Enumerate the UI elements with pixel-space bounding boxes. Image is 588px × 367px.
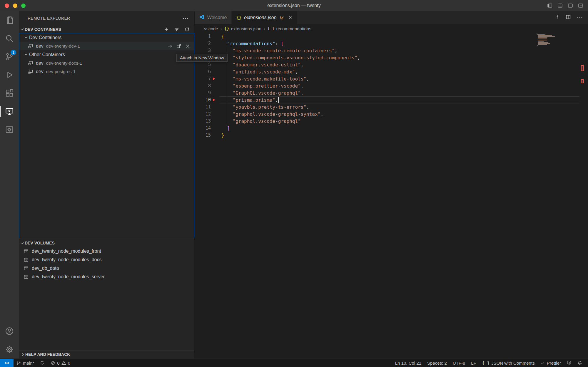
- source-control-icon[interactable]: 1: [0, 48, 19, 66]
- code-line[interactable]: 6 "unifiedjs.vscode-mdx",: [195, 68, 588, 75]
- radio-tower-icon: [567, 361, 572, 365]
- problems-status[interactable]: 0 0: [48, 359, 73, 367]
- code-token: [: [281, 41, 284, 46]
- close-tab-icon[interactable]: ✕: [288, 15, 292, 20]
- toggle-secondary-sidebar-icon[interactable]: [568, 3, 573, 8]
- notifications-status[interactable]: [574, 359, 585, 367]
- new-dev-container-icon[interactable]: [164, 27, 169, 32]
- line-number[interactable]: 9: [195, 90, 211, 95]
- code-line[interactable]: 13 "graphql.vscode-graphql": [195, 118, 588, 125]
- line-number[interactable]: 5: [195, 62, 211, 67]
- remote-explorer-icon[interactable]: [0, 102, 19, 120]
- code-line[interactable]: 7 "ms-vscode.makefile-tools",: [195, 75, 588, 82]
- code-token: "ms-vscode-remote.remote-containers": [233, 48, 335, 53]
- line-number[interactable]: 7: [195, 76, 211, 81]
- sync-status[interactable]: [37, 359, 48, 367]
- encoding-status[interactable]: UTF-8: [450, 359, 468, 367]
- code-token: ,: [320, 111, 323, 117]
- code-line[interactable]: 10 "prisma.prisma",: [195, 96, 588, 103]
- section-header-help-and-feedback[interactable]: HELP AND FEEDBACK: [19, 350, 194, 358]
- tab-extensions-json[interactable]: {} extensions.json M ✕: [232, 11, 297, 24]
- code-line[interactable]: 4 "styled-components.vscode-styled-compo…: [195, 54, 588, 61]
- tree-group[interactable]: Other Containers: [19, 50, 194, 59]
- zoom-window-button[interactable]: [21, 4, 26, 8]
- line-number[interactable]: 14: [195, 125, 211, 131]
- line-number[interactable]: 13: [195, 118, 211, 124]
- code-line[interactable]: 12 "graphql.vscode-graphql-syntax",: [195, 110, 588, 118]
- stop-container-icon[interactable]: [185, 43, 190, 49]
- customize-layout-icon[interactable]: [578, 3, 583, 8]
- language-mode-status[interactable]: { } JSON with Comments: [479, 359, 538, 367]
- section-header-dev-containers[interactable]: DEV CONTAINERS: [19, 25, 194, 33]
- line-number[interactable]: 1: [195, 34, 211, 39]
- more-actions-icon[interactable]: ⋯: [577, 15, 582, 21]
- line-number[interactable]: 8: [195, 83, 211, 88]
- code-line[interactable]: 3 "ms-vscode-remote.remote-containers",: [195, 47, 588, 54]
- tree-group[interactable]: Dev Containers: [19, 33, 194, 42]
- toggle-panel-icon[interactable]: [557, 3, 563, 8]
- code-line[interactable]: 2 "recommendations": [: [195, 40, 588, 47]
- container-item[interactable]: devdev-twenty-docs-1: [19, 59, 194, 67]
- code-line[interactable]: 11 "yoavbls.pretty-ts-errors",: [195, 103, 588, 110]
- refresh-icon[interactable]: [184, 27, 190, 32]
- json-file-icon: {}: [224, 26, 229, 31]
- filter-list-icon[interactable]: [174, 27, 179, 32]
- container-item[interactable]: devdev-twenty-dev-1: [19, 42, 194, 50]
- git-branch-icon: [16, 361, 21, 365]
- status-bar: >< main* 0 0 Ln 10, Col 21 Spaces: 2 UTF…: [0, 358, 588, 367]
- code-line[interactable]: 15}: [195, 132, 588, 139]
- dev-volumes-list: dev_twenty_node_modules_frontdev_twenty_…: [19, 247, 194, 281]
- dev-volume-item[interactable]: dev_twenty_node_modules_docs: [19, 255, 194, 264]
- minimize-window-button[interactable]: [13, 4, 17, 8]
- tab-welcome[interactable]: Welcome: [195, 11, 232, 24]
- code-line[interactable]: 5 "dbaeumer.vscode-eslint",: [195, 61, 588, 68]
- settings-gear-icon[interactable]: [0, 340, 19, 358]
- line-number[interactable]: 10: [195, 97, 211, 103]
- code-line[interactable]: 1{: [195, 33, 588, 40]
- breadcrumb-file[interactable]: {}extensions.json: [224, 26, 261, 31]
- split-editor-icon[interactable]: [566, 14, 571, 21]
- more-actions-icon[interactable]: ⋯: [183, 15, 188, 21]
- cursor-position-status[interactable]: Ln 10, Col 21: [392, 359, 424, 367]
- attach-container-icon[interactable]: [167, 43, 173, 49]
- code-line[interactable]: 8 "esbenp.prettier-vscode",: [195, 82, 588, 89]
- line-number[interactable]: 12: [195, 111, 211, 117]
- code-area[interactable]: 1{2 "recommendations": [3 "ms-vscode-rem…: [195, 33, 588, 358]
- code-token: "ms-vscode.makefile-tools": [233, 76, 306, 82]
- attach-new-window-icon[interactable]: [176, 43, 181, 49]
- open-changes-icon[interactable]: [555, 14, 560, 21]
- section-header-dev-volumes[interactable]: DEV VOLUMES: [19, 239, 194, 247]
- containers-icon[interactable]: [0, 120, 19, 139]
- dev-volume-item[interactable]: dev_db_data: [19, 264, 194, 272]
- eol: LF: [471, 361, 476, 366]
- breadcrumb-symbol[interactable]: [ ]recommendations: [268, 26, 311, 31]
- gutter-marker-icon: [213, 98, 215, 101]
- line-number[interactable]: 11: [195, 104, 211, 110]
- remote-indicator[interactable]: ><: [0, 359, 14, 367]
- git-branch-status[interactable]: main*: [14, 359, 37, 367]
- toggle-primary-sidebar-icon[interactable]: [547, 3, 552, 8]
- feedback-status[interactable]: [564, 359, 574, 367]
- minimap[interactable]: [537, 33, 558, 47]
- eol-status[interactable]: LF: [468, 359, 479, 367]
- dev-volume-item[interactable]: dev_twenty_node_modules_front: [19, 247, 194, 255]
- code-text: "recommendations": [: [221, 41, 284, 46]
- search-icon[interactable]: [0, 29, 19, 48]
- indentation-status[interactable]: Spaces: 2: [424, 359, 450, 367]
- run-and-debug-icon[interactable]: [0, 66, 19, 84]
- explorer-icon[interactable]: [0, 11, 19, 29]
- extensions-icon[interactable]: [0, 84, 19, 102]
- code-line[interactable]: 9 "GraphQL.vscode-graphql",: [195, 89, 588, 96]
- formatter-status[interactable]: Prettier: [538, 359, 564, 367]
- container-item[interactable]: devdev-postgres-1: [19, 67, 194, 76]
- code-line[interactable]: 14 ]: [195, 125, 588, 132]
- line-number[interactable]: 3: [195, 48, 211, 53]
- editor-actions: ⋯: [555, 11, 588, 24]
- accounts-icon[interactable]: [0, 322, 19, 340]
- line-number[interactable]: 15: [195, 133, 211, 138]
- dev-volume-item[interactable]: dev_twenty_node_modules_server: [19, 272, 194, 281]
- line-number[interactable]: 2: [195, 41, 211, 46]
- line-number[interactable]: 6: [195, 69, 211, 74]
- close-window-button[interactable]: [5, 4, 9, 8]
- breadcrumb-folder[interactable]: .vscode: [203, 26, 218, 31]
